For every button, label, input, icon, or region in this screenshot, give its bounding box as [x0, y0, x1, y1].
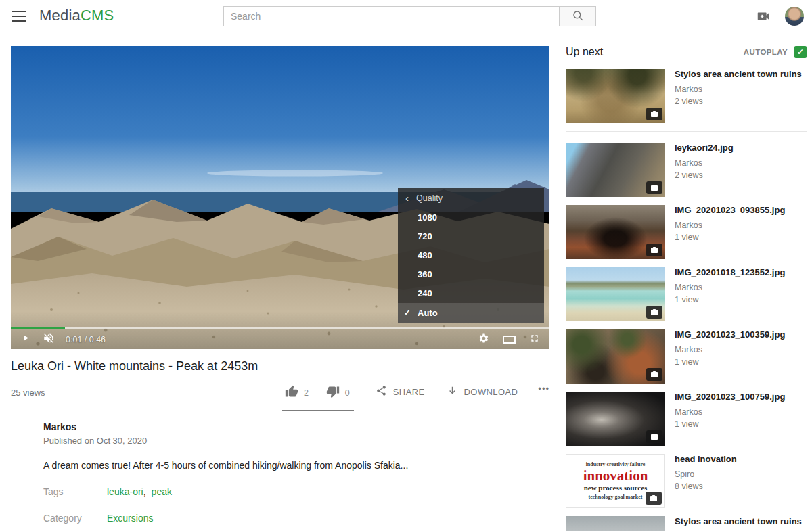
- logo[interactable]: MediaCMS: [39, 7, 114, 24]
- check-icon: ✓: [797, 47, 804, 57]
- quality-option-720[interactable]: 720: [398, 227, 544, 246]
- category-label: Category: [43, 513, 107, 524]
- dislike-button[interactable]: 0: [326, 385, 350, 401]
- item-views: 1 view: [675, 419, 785, 429]
- list-item[interactable]: IMG_20201023_100759.jpg Markos 1 view: [566, 392, 807, 446]
- rating-group: 2 0: [282, 382, 354, 411]
- up-next-sidebar: Up next AUTOPLAY ✓ Stylos area ancient t…: [566, 46, 807, 531]
- autoplay-checkbox[interactable]: ✓: [794, 46, 807, 58]
- top-bar: MediaCMS: [0, 0, 812, 32]
- quality-option-360[interactable]: 360: [398, 265, 544, 284]
- search-button[interactable]: [559, 6, 596, 26]
- quality-option-240[interactable]: 240: [398, 284, 544, 303]
- camera-icon: [650, 110, 658, 118]
- media-type-badge: [646, 108, 662, 120]
- upload-media-button[interactable]: [755, 9, 771, 24]
- media-type-badge: [646, 244, 662, 256]
- search-bar: [223, 6, 596, 26]
- media-description: A dream comes true! After 4-5 hours of c…: [43, 460, 549, 471]
- video-upload-icon: [755, 14, 771, 26]
- quality-option-auto-label: Auto: [418, 308, 438, 318]
- download-icon: [447, 385, 458, 398]
- item-title[interactable]: IMG_20201023_100359.jpg: [675, 329, 785, 341]
- camera-icon: [650, 433, 658, 441]
- fullscreen-button[interactable]: [529, 333, 540, 346]
- share-button[interactable]: SHARE: [376, 382, 425, 398]
- like-count: 2: [304, 388, 309, 398]
- list-item[interactable]: leykaori24.jpg Markos 2 views: [566, 143, 807, 197]
- play-button[interactable]: [20, 333, 30, 346]
- media-type-badge: [646, 368, 662, 381]
- item-views: 8 views: [675, 482, 737, 491]
- play-icon: [20, 333, 30, 346]
- page-title: Leuka Ori - White mountains - Peak at 24…: [11, 359, 549, 373]
- list-item[interactable]: IMG_20201023_093855.jpg Markos 1 view: [566, 205, 807, 259]
- item-title[interactable]: IMG_20201023_093855.jpg: [675, 205, 785, 216]
- list-item[interactable]: IMG_20201023_100359.jpg Markos 1 view: [566, 329, 807, 384]
- more-options-icon[interactable]: •••: [538, 382, 549, 394]
- player-controls: 0:01 / 0:46: [11, 329, 549, 349]
- item-title[interactable]: IMG_20201018_123552.jpg: [675, 267, 785, 279]
- thumbnail[interactable]: [566, 392, 665, 446]
- item-views: 2 views: [675, 170, 734, 180]
- author-row: Markos Published on Oct 30, 2020: [11, 421, 549, 447]
- item-views: 1 view: [675, 357, 785, 367]
- camera-icon: [650, 184, 658, 192]
- camera-icon: [650, 308, 658, 317]
- search-input[interactable]: [223, 6, 559, 26]
- thumbnail[interactable]: [566, 69, 665, 123]
- quality-option-auto[interactable]: ✓ Auto: [398, 303, 544, 323]
- category-row: Category Excursions: [43, 513, 549, 524]
- menu-icon[interactable]: [12, 11, 26, 22]
- video-player[interactable]: 0:01 / 0:46 ‹ Quality 1080 720 480: [11, 46, 549, 349]
- item-views: 2 views: [675, 97, 802, 106]
- list-item[interactable]: industry creativity failure innovation n…: [566, 454, 807, 508]
- thumb-word-line: technology goal market: [589, 493, 643, 501]
- quality-option-480[interactable]: 480: [398, 246, 544, 265]
- tag-peak[interactable]: peak: [152, 486, 172, 497]
- like-button[interactable]: 2: [285, 385, 309, 401]
- category-link[interactable]: Excursions: [107, 513, 153, 524]
- camera-icon: [650, 246, 658, 254]
- thumbnail[interactable]: [566, 329, 665, 384]
- share-icon: [376, 385, 387, 398]
- user-avatar[interactable]: [785, 7, 804, 26]
- up-next-title: Up next: [566, 46, 603, 58]
- thumbnail[interactable]: [566, 516, 665, 531]
- quality-menu-title: Quality: [416, 193, 443, 203]
- list-item[interactable]: Stylos area ancient town ruins Markos 2 …: [566, 69, 807, 123]
- thumbnail[interactable]: industry creativity failure innovation n…: [566, 454, 665, 508]
- watch-column: 0:01 / 0:46 ‹ Quality 1080 720 480: [11, 46, 549, 531]
- item-author: Markos: [675, 345, 785, 354]
- media-type-badge: [646, 181, 662, 194]
- item-title[interactable]: leykaori24.jpg: [675, 143, 734, 154]
- author-avatar[interactable]: [11, 421, 37, 447]
- item-title[interactable]: head inovation: [675, 454, 737, 465]
- item-author: Markos: [675, 85, 802, 94]
- theater-mode-icon[interactable]: [503, 336, 516, 344]
- thumbnail[interactable]: [566, 205, 665, 259]
- media-type-badge: [646, 430, 662, 443]
- logo-text-media: Media: [39, 7, 81, 24]
- volume-button[interactable]: [43, 332, 55, 347]
- settings-button[interactable]: [478, 333, 489, 346]
- item-author: Spiro: [675, 469, 737, 479]
- view-count: 25 views: [11, 388, 45, 398]
- author-name[interactable]: Markos: [43, 421, 147, 432]
- chevron-left-icon: ‹: [405, 192, 409, 204]
- item-title[interactable]: Stylos area ancient town ruins: [675, 69, 802, 80]
- thumbnail[interactable]: [566, 267, 665, 321]
- download-button[interactable]: DOWNLOAD: [447, 382, 518, 398]
- thumbs-down-icon: [326, 385, 340, 401]
- item-title[interactable]: Stylos area ancient town ruins: [675, 516, 802, 528]
- tag-leuka-ori[interactable]: leuka-ori: [107, 486, 143, 497]
- camera-icon: [650, 371, 658, 379]
- list-item[interactable]: IMG_20201018_123552.jpg Markos 1 view: [566, 267, 807, 321]
- divider: [566, 131, 807, 132]
- search-icon: [572, 9, 584, 24]
- quality-option-1080[interactable]: 1080: [398, 208, 544, 227]
- quality-menu-back[interactable]: ‹ Quality: [398, 188, 544, 208]
- thumbnail[interactable]: [566, 143, 665, 197]
- list-item[interactable]: Stylos area ancient town ruins: [566, 516, 807, 531]
- item-title[interactable]: IMG_20201023_100759.jpg: [675, 392, 785, 403]
